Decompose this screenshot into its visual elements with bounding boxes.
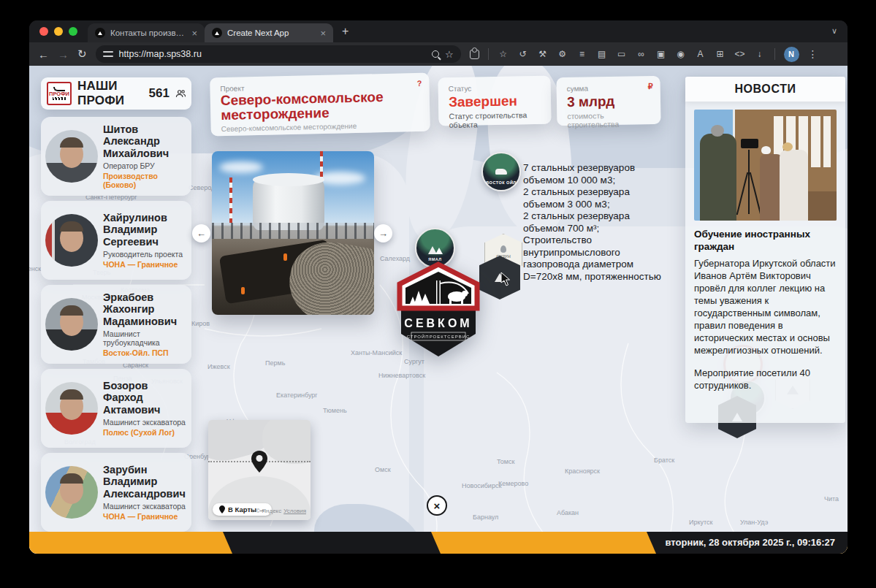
- extension-icons: ☆↺⚒⚙≡▤▭∞▣◉A⊞<>↓: [498, 49, 766, 59]
- mouse-cursor: [500, 272, 511, 286]
- minimize-window-button[interactable]: [54, 27, 63, 36]
- project-photo[interactable]: [212, 151, 374, 315]
- build-icon[interactable]: ⚒: [537, 49, 549, 59]
- download-icon[interactable]: ↓: [754, 49, 766, 59]
- close-window-button[interactable]: [39, 27, 48, 36]
- sum-value: 3 млрд: [567, 93, 650, 110]
- employee-photo: [45, 214, 98, 267]
- browser-menu-icon[interactable]: ⋮: [808, 48, 819, 60]
- project-title: Северо-комсомольское месторождение: [221, 89, 420, 123]
- employee-unit: Восток-Ойл. ПСП: [103, 348, 187, 357]
- devices-icon[interactable]: ▣: [655, 49, 667, 59]
- bookmark-icon[interactable]: ☆: [445, 49, 454, 60]
- url-text[interactable]: https://map.sps38.ru: [119, 49, 426, 59]
- object-specs-text: 7 стальных резервуаров объемом 10 000 м3…: [523, 162, 669, 283]
- employee-card[interactable]: Зарубин Владимир Александрович Машинист …: [41, 453, 191, 532]
- close-tab-icon[interactable]: ×: [191, 28, 197, 39]
- status-label: Статус: [449, 83, 541, 93]
- carousel-next-button[interactable]: →: [374, 224, 392, 243]
- vostok-oil-badge[interactable]: ВОСТОК ОЙЛ: [481, 152, 521, 191]
- datetime-display: вторник, 28 октября 2025 г., 09:16:27: [666, 537, 835, 548]
- city-label: Екатеринбург: [276, 392, 318, 399]
- employee-name: Хайрулинов Владимир Сергеевич: [103, 212, 187, 248]
- bookmark-star-icon[interactable]: ☆: [498, 49, 509, 59]
- worker-shape: [283, 253, 287, 261]
- city-label: Нижневартовск: [378, 372, 425, 379]
- city-label: Сургут: [404, 358, 424, 365]
- city-label: Омск: [375, 466, 391, 473]
- news-panel: НОВОСТИ Обучение иностранных граждан Губ…: [685, 77, 845, 423]
- close-icon: ×: [434, 500, 441, 512]
- status-caption: Статус строительства объекта: [449, 110, 541, 129]
- terms-link[interactable]: Условия: [283, 508, 306, 514]
- zoom-window-button[interactable]: [69, 27, 77, 36]
- city-label: Абакан: [557, 509, 579, 516]
- city-label: Ханты-Мансийск: [351, 349, 402, 356]
- city-label: Кемерово: [498, 480, 528, 487]
- tab-title: Create Next App: [227, 28, 315, 37]
- specs-line: 7 стальных резервуаров объемом 10 000 м3…: [523, 162, 669, 186]
- employee-card[interactable]: Шитов Александр Михайлович Оператор БРУ …: [41, 117, 191, 196]
- link-icon[interactable]: ∞: [636, 49, 647, 59]
- carousel-prev-button[interactable]: ←: [192, 224, 210, 243]
- new-tab-button[interactable]: +: [342, 25, 349, 38]
- forward-icon[interactable]: →: [58, 48, 69, 61]
- close-overlay-button[interactable]: ×: [427, 495, 447, 516]
- reload-icon[interactable]: ↻: [77, 47, 87, 61]
- sum-label: сумма: [567, 83, 650, 93]
- employee-photo: [45, 466, 98, 519]
- reader-icon[interactable]: ▤: [596, 49, 608, 59]
- tab-search-chevron-icon[interactable]: ∨: [831, 26, 837, 36]
- site-favicon: [212, 28, 222, 38]
- yandex-copyright: © Яндекс: [256, 508, 281, 514]
- employee-card[interactable]: Хайрулинов Владимир Сергеевич Руководите…: [41, 201, 191, 280]
- employee-card[interactable]: Эркабоев Жахонгир Мадаминович Машинист т…: [41, 285, 191, 364]
- translate-icon[interactable]: A: [695, 49, 706, 59]
- arrow-left-icon: ←: [197, 228, 206, 239]
- site-favicon: [95, 28, 105, 38]
- vostok-oil-label: ВОСТОК ОЙЛ: [486, 180, 516, 185]
- employee-card[interactable]: Бозоров Фарход Актамович Машинист экскав…: [41, 369, 191, 448]
- tab-contacts[interactable]: Контакты производственно ×: [88, 23, 205, 42]
- code-icon[interactable]: <>: [734, 49, 746, 59]
- site-settings-icon[interactable]: [103, 50, 113, 58]
- passwords-icon[interactable]: ⚙: [557, 49, 568, 59]
- location-pin-icon: [251, 451, 267, 473]
- notes-icon[interactable]: ≡: [576, 49, 588, 59]
- profile-avatar[interactable]: N: [784, 47, 799, 62]
- history-icon[interactable]: ↺: [517, 49, 529, 59]
- project-subtitle: Северо-комсомольское месторождение: [221, 121, 420, 133]
- back-icon[interactable]: ←: [38, 48, 49, 61]
- extensions-icon[interactable]: [470, 50, 479, 59]
- profi-header-card: ПРОФИ НАШИ ПРОФИ 561: [41, 77, 191, 110]
- employee-photo: [45, 130, 98, 183]
- city-label: Красноярск: [565, 467, 600, 475]
- help-icon[interactable]: ?: [417, 79, 422, 88]
- employee-unit: ЧОНА — Граничное: [103, 260, 187, 269]
- sevkom-map-marker[interactable]: СЕВКОМ СТРОЙПРОЕКТСЕРВИС: [397, 261, 480, 358]
- zoom-icon[interactable]: [432, 50, 439, 58]
- droplet-icon: [500, 245, 506, 253]
- news-header: НОВОСТИ: [685, 77, 845, 102]
- close-tab-icon[interactable]: ×: [320, 28, 326, 39]
- specs-line: 2 стальных резервуара объемом 700 м³;: [523, 210, 669, 234]
- crane-shape: [229, 177, 232, 223]
- pipe-rack-shape: [212, 223, 374, 239]
- city-label: Смоленск: [29, 265, 41, 272]
- sum-card: ₽ сумма 3 млрд стоимость строительства: [556, 76, 660, 126]
- news-body-2: Мероприятие посетили 40 сотрудников.: [694, 367, 837, 392]
- table-icon[interactable]: ⊞: [715, 49, 726, 59]
- arrow-right-icon: →: [378, 228, 388, 239]
- city-label: Ижевск: [207, 363, 230, 370]
- city-label: Братск: [654, 457, 674, 464]
- camera-shape: [741, 139, 758, 148]
- employee-name: Бозоров Фарход Актамович: [103, 380, 187, 416]
- tab-create-next-app[interactable]: Create Next App ×: [205, 23, 333, 42]
- cast-icon[interactable]: ▭: [616, 49, 628, 59]
- city-label: Тюмень: [323, 407, 347, 414]
- sum-caption: стоимость строительства: [567, 110, 650, 129]
- address-bar[interactable]: https://map.sps38.ru ☆: [96, 45, 461, 63]
- minimap[interactable]: В Карты → © ЯндексУсловия: [208, 420, 311, 520]
- news-title: Обучение иностранных граждан: [694, 228, 837, 253]
- lens-icon[interactable]: ◉: [675, 49, 687, 59]
